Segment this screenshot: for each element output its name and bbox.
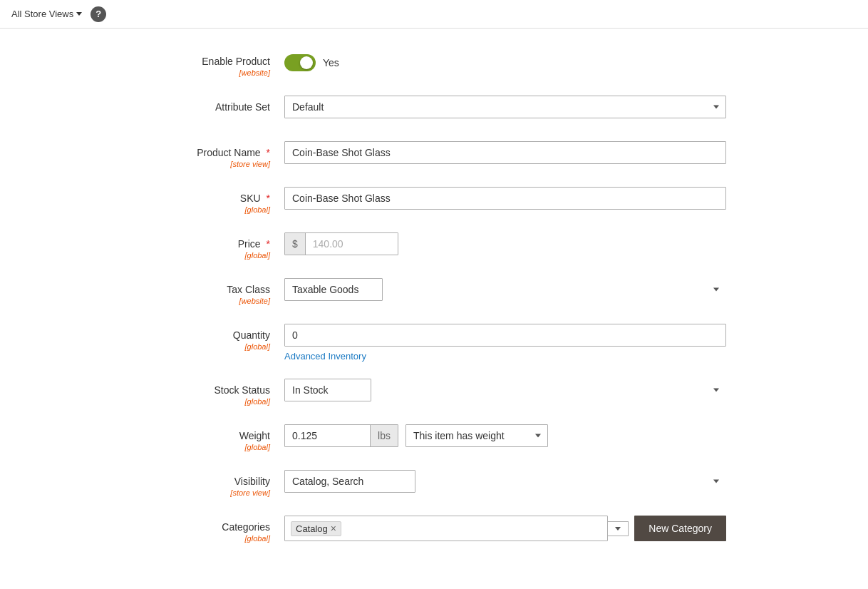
price-prefix: $: [285, 233, 306, 255]
weight-label: Weight [global]: [142, 424, 284, 451]
store-views-label: All Store Views: [11, 9, 73, 19]
categories-row: Categories [global] Catalog × New Catego…: [142, 516, 726, 544]
quantity-row: Quantity [global] Advanced Inventory: [142, 324, 726, 362]
enable-product-row: Enable Product [website] Yes: [142, 50, 726, 78]
product-name-required: *: [267, 147, 270, 158]
stock-status-row: Stock Status [global] In Stock Out of St…: [142, 379, 726, 407]
enable-product-toggle[interactable]: [284, 54, 316, 71]
enable-product-toggle-container: Yes: [284, 50, 726, 71]
attribute-set-control: Default Simple Product Complex Product: [284, 96, 726, 118]
categories-control: Catalog × New Category: [284, 516, 726, 541]
tax-class-select[interactable]: None Taxable Goods Shipping Digital Prod…: [284, 278, 383, 301]
product-name-input[interactable]: [284, 141, 726, 164]
stock-status-label: Stock Status [global]: [142, 379, 284, 406]
price-required: *: [267, 238, 270, 250]
new-category-button[interactable]: New Category: [634, 516, 726, 541]
visibility-select[interactable]: Not Visible Individually Catalog Search …: [284, 470, 415, 493]
quantity-input[interactable]: [284, 324, 726, 347]
visibility-label: Visibility [store view]: [142, 470, 284, 497]
visibility-select-wrapper: Not Visible Individually Catalog Search …: [284, 470, 726, 493]
weight-unit: lbs: [370, 425, 398, 446]
tax-class-row: Tax Class [website] None Taxable Goods S…: [142, 278, 726, 307]
product-form: Enable Product [website] Yes Attribute S…: [113, 50, 755, 544]
sku-row: SKU * [global]: [142, 187, 726, 215]
top-bar: All Store Views ?: [0, 0, 868, 29]
quantity-label: Quantity [global]: [142, 324, 284, 351]
categories-dropdown-button[interactable]: [608, 521, 629, 536]
category-tag-catalog: Catalog ×: [291, 521, 341, 536]
weight-control: lbs This item has weight This item has n…: [284, 424, 726, 447]
stock-status-select-wrapper: In Stock Out of Stock: [284, 379, 726, 401]
weight-input-wrapper: lbs: [284, 424, 398, 447]
product-name-control: [284, 141, 726, 164]
price-row: Price * [global] $: [142, 232, 726, 261]
sku-input[interactable]: [284, 187, 726, 210]
attribute-set-select[interactable]: Default Simple Product Complex Product: [284, 96, 726, 118]
store-views-chevron-icon: [76, 12, 82, 16]
product-name-label: Product Name * [store view]: [142, 141, 284, 168]
attribute-set-select-wrapper: Default Simple Product Complex Product: [284, 96, 726, 118]
categories-input-row: Catalog × New Category: [284, 516, 726, 541]
stock-status-select[interactable]: In Stock Out of Stock: [284, 379, 371, 401]
categories-input-wrapper[interactable]: Catalog ×: [284, 516, 608, 541]
visibility-control: Not Visible Individually Catalog Search …: [284, 470, 726, 493]
weight-type-select[interactable]: This item has weight This item has no we…: [405, 424, 548, 447]
toggle-yes-label: Yes: [323, 57, 339, 68]
weight-type-select-wrapper: This item has weight This item has no we…: [405, 424, 548, 447]
visibility-row: Visibility [store view] Not Visible Indi…: [142, 470, 726, 498]
quantity-control: Advanced Inventory: [284, 324, 726, 362]
price-control: $: [284, 232, 726, 255]
attribute-set-row: Attribute Set Default Simple Product Com…: [142, 96, 726, 124]
product-name-row: Product Name * [store view]: [142, 141, 726, 170]
tax-class-control: None Taxable Goods Shipping Digital Prod…: [284, 278, 726, 301]
sku-label: SKU * [global]: [142, 187, 284, 214]
weight-input-row: lbs This item has weight This item has n…: [284, 424, 726, 447]
advanced-inventory-link[interactable]: Advanced Inventory: [284, 351, 726, 362]
price-input[interactable]: [306, 233, 398, 255]
store-views-selector[interactable]: All Store Views: [11, 9, 82, 19]
price-label: Price * [global]: [142, 232, 284, 260]
toggle-thumb: [300, 56, 313, 69]
sku-control: [284, 187, 726, 210]
weight-input[interactable]: [285, 425, 370, 446]
tax-class-label: Tax Class [website]: [142, 278, 284, 305]
category-tag-remove-icon[interactable]: ×: [331, 523, 336, 533]
stock-status-control: In Stock Out of Stock: [284, 379, 726, 401]
enable-product-label: Enable Product [website]: [142, 50, 284, 77]
attribute-set-label: Attribute Set: [142, 96, 284, 113]
sku-required: *: [267, 193, 270, 204]
weight-row: Weight [global] lbs This item has weight…: [142, 424, 726, 453]
help-icon[interactable]: ?: [91, 6, 106, 22]
categories-label: Categories [global]: [142, 516, 284, 543]
category-tag-label: Catalog: [296, 523, 328, 534]
price-input-wrapper: $: [284, 232, 398, 255]
enable-product-control: Yes: [284, 50, 726, 71]
tax-class-select-wrapper: None Taxable Goods Shipping Digital Prod…: [284, 278, 726, 301]
main-content: Enable Product [website] Yes Attribute S…: [0, 29, 868, 589]
